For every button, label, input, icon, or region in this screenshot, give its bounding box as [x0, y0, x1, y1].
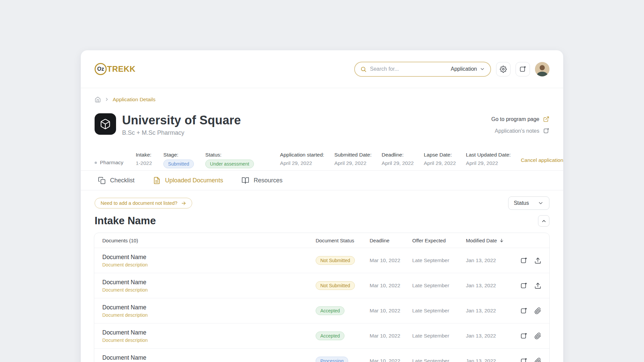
date-label: Deadline:: [382, 152, 414, 158]
document-offer-expected: Late September: [412, 358, 466, 362]
note-icon[interactable]: [520, 307, 527, 314]
sort-descending-icon: [499, 238, 504, 243]
date-value: April 29, 2022: [424, 160, 456, 166]
status-badge: Under assessment: [205, 160, 254, 168]
note-icon[interactable]: [520, 282, 527, 289]
date-label: Submitted Date:: [334, 152, 372, 158]
cancel-application-link[interactable]: Cancel application: [521, 157, 564, 163]
upload-icon[interactable]: [534, 282, 541, 289]
document-description: Document description: [102, 312, 316, 318]
status-field: Status: Under assessment: [205, 152, 254, 168]
settings-button[interactable]: [496, 62, 511, 76]
note-icon: [543, 128, 549, 134]
document-modified-date: Jan 13, 2022: [466, 358, 520, 362]
attachment-icon[interactable]: [534, 307, 541, 314]
title-block: University of Square B.Sc + M.Sc Pharmac…: [122, 113, 241, 136]
application-details-card: Oz TREKK Application: [80, 50, 564, 362]
date-field: Application started: April 29, 2022: [280, 152, 324, 166]
attachment-icon[interactable]: [534, 358, 541, 362]
document-modified-date: Jan 13, 2022: [466, 257, 520, 263]
intake-field: Intake: 1-2022: [136, 152, 152, 166]
status-filter-label: Status: [514, 200, 529, 206]
gear-icon: [500, 66, 507, 73]
table-header-row: Documents (10) Document Status Deadline …: [94, 233, 549, 248]
date-label: Lapse Date:: [424, 152, 456, 158]
bullet-dot: [95, 162, 97, 164]
notes-button[interactable]: [516, 62, 530, 76]
document-icon: [153, 177, 161, 184]
document-modified-date: Jan 13, 2022: [466, 333, 520, 339]
date-label: Last Updated Date:: [466, 152, 511, 158]
document-name: Document Name: [102, 329, 316, 336]
document-deadline: Mar 10, 2022: [370, 333, 412, 339]
book-icon: [241, 177, 249, 184]
documents-toolbar: Need to add a document not listed? Statu…: [81, 190, 563, 210]
date-value: April 29, 2022: [466, 160, 511, 166]
header-actions: Application: [354, 62, 549, 77]
document-description: Document description: [102, 287, 316, 293]
application-notes-label: Application's notes: [495, 128, 539, 134]
go-to-program-link[interactable]: Go to program page: [491, 116, 549, 122]
upload-icon[interactable]: [534, 257, 541, 264]
collapse-section-button[interactable]: [538, 215, 549, 227]
document-deadline: Mar 10, 2022: [370, 358, 412, 362]
column-header-deadline: Deadline: [370, 238, 412, 243]
note-icon[interactable]: [520, 333, 527, 340]
search-input[interactable]: [370, 66, 447, 72]
application-summary-row: Pharmacy Intake: 1-2022 Stage: Submitted…: [81, 136, 563, 170]
tab-uploaded-documents[interactable]: Uploaded Documents: [153, 177, 223, 184]
cube-icon: [100, 118, 111, 130]
program-category-label: Pharmacy: [100, 160, 123, 166]
intake-section-title: Intake Name: [95, 215, 156, 227]
document-deadline: Mar 10, 2022: [370, 308, 412, 314]
external-link-icon: [543, 116, 549, 122]
university-logo: [95, 113, 116, 135]
add-document-button[interactable]: Need to add a document not listed?: [95, 198, 192, 208]
document-offer-expected: Late September: [412, 257, 466, 263]
search-scope-label: Application: [451, 66, 477, 72]
oztrekk-logo[interactable]: Oz TREKK: [95, 63, 136, 75]
intake-label: Intake:: [136, 152, 152, 158]
stage-badge: Submitted: [163, 160, 194, 168]
document-status-badge: Accepted: [316, 306, 344, 315]
tab-resources[interactable]: Resources: [241, 177, 282, 184]
breadcrumb-current[interactable]: Application Details: [113, 97, 156, 103]
documents-table: Documents (10) Document Status Deadline …: [94, 233, 550, 362]
checklist-icon: [98, 177, 106, 184]
note-icon[interactable]: [520, 257, 527, 264]
document-name: Document Name: [102, 354, 316, 361]
document-row: Document Name Document description Accep…: [94, 323, 549, 348]
chevron-right-icon: [104, 97, 109, 102]
breadcrumb: Application Details: [81, 88, 563, 103]
document-modified-date: Jan 13, 2022: [466, 308, 520, 314]
document-offer-expected: Late September: [412, 283, 466, 289]
tab-label: Checklist: [110, 177, 135, 184]
document-offer-expected: Late September: [412, 308, 466, 314]
user-avatar[interactable]: [535, 62, 549, 76]
go-to-program-label: Go to program page: [491, 116, 539, 122]
search-bar: Application: [354, 62, 491, 77]
date-field: Submitted Date: April 29, 2022: [334, 152, 372, 166]
status-filter-dropdown[interactable]: Status: [508, 196, 549, 210]
date-field: Deadline: April 29, 2022: [382, 152, 414, 166]
tab-checklist[interactable]: Checklist: [98, 177, 135, 184]
date-label: Application started:: [280, 152, 324, 158]
application-notes-link[interactable]: Application's notes: [495, 128, 549, 134]
chevron-down-icon: [480, 66, 485, 72]
column-header-documents: Documents (10): [102, 238, 316, 243]
tab-bar: Checklist Uploaded Documents Resources: [81, 170, 563, 190]
document-deadline: Mar 10, 2022: [370, 283, 412, 289]
column-header-modified-label: Modified Date: [466, 238, 497, 243]
stage-field: Stage: Submitted: [163, 152, 194, 168]
search-scope-dropdown[interactable]: Application: [451, 66, 485, 72]
document-row: Document Name Document description Not S…: [94, 273, 549, 298]
note-icon[interactable]: [520, 358, 527, 362]
column-header-modified[interactable]: Modified Date: [466, 238, 520, 243]
home-icon[interactable]: [95, 96, 101, 103]
document-row: Document Name Document description Not S…: [94, 248, 549, 273]
document-status-badge: Not Submitted: [316, 281, 355, 290]
attachment-icon[interactable]: [534, 333, 541, 340]
add-document-label: Need to add a document not listed?: [101, 200, 177, 206]
document-status-badge: Accepted: [316, 331, 344, 340]
date-value: April 29, 2022: [382, 160, 414, 166]
